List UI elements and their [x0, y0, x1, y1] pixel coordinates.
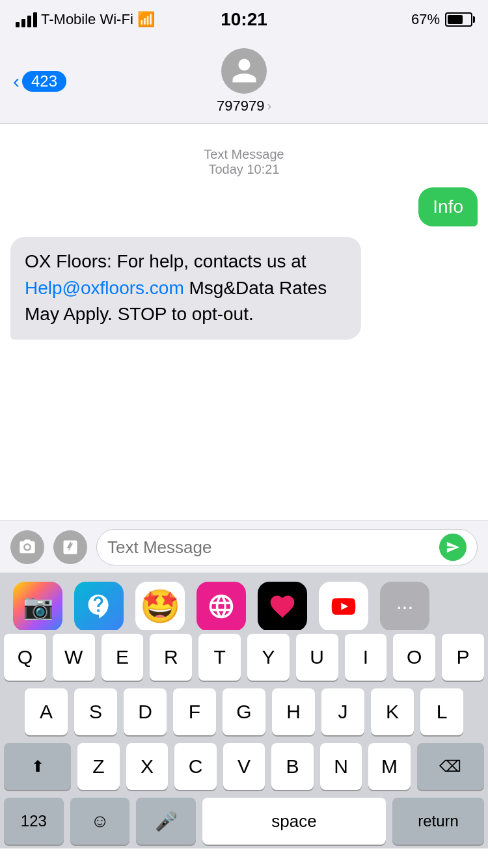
back-button[interactable]: ‹ 423	[13, 71, 66, 92]
appstore-icon	[61, 538, 79, 556]
key-c[interactable]: C	[174, 743, 217, 790]
status-left: T-Mobile Wi-Fi 📶	[16, 11, 155, 28]
keyboard-row-2: A S D F G H J K L	[0, 685, 488, 739]
timestamp-label: Text Message Today 10:21	[0, 147, 488, 177]
key-o[interactable]: O	[393, 634, 435, 681]
send-icon	[446, 540, 460, 554]
appstore-badge-icon	[85, 592, 113, 621]
sent-bubble: Info	[418, 187, 478, 226]
key-b[interactable]: B	[271, 743, 314, 790]
received-message-row: OX Floors: For help, contacts us at Help…	[10, 237, 478, 340]
key-p[interactable]: P	[442, 634, 484, 681]
battery-percentage: 67%	[411, 11, 440, 28]
input-bar	[0, 521, 488, 573]
keyboard-row-1: Q W E R T Y U I O P	[0, 630, 488, 685]
return-key[interactable]: return	[392, 798, 484, 845]
key-m[interactable]: M	[368, 743, 411, 790]
key-q[interactable]: Q	[4, 634, 46, 681]
status-bar: T-Mobile Wi-Fi 📶 10:21 67%	[0, 0, 488, 39]
email-link[interactable]: Help@oxfloors.com	[25, 278, 184, 298]
key-e[interactable]: E	[102, 634, 144, 681]
key-z[interactable]: Z	[77, 743, 120, 790]
camera-button[interactable]	[10, 530, 44, 564]
search-app-icon[interactable]	[197, 582, 246, 631]
key-y[interactable]: Y	[247, 634, 290, 681]
keyboard: Q W E R T Y U I O P A S D F G H J K L ⬆ …	[0, 630, 488, 848]
key-f[interactable]: F	[173, 688, 216, 735]
contact-number: 797979 ›	[217, 98, 271, 115]
nav-bar: ‹ 423 797979 ›	[0, 39, 488, 124]
key-n[interactable]: N	[320, 743, 362, 790]
mic-key[interactable]: 🎤	[136, 798, 196, 845]
numbers-key[interactable]: 123	[4, 798, 64, 845]
camera-icon	[18, 538, 36, 556]
emoji-app-icon[interactable]: 🤩	[135, 582, 185, 631]
key-g[interactable]: G	[223, 688, 265, 735]
more-apps-button[interactable]: ···	[380, 582, 429, 631]
battery-fill	[448, 15, 463, 24]
appstore-button[interactable]	[53, 530, 87, 564]
emoji-key[interactable]: ☺	[70, 798, 130, 845]
contact-info[interactable]: 797979 ›	[217, 48, 271, 115]
key-w[interactable]: W	[53, 634, 95, 681]
delete-key[interactable]: ⌫	[417, 743, 484, 790]
messages-area: Text Message Today 10:21 Info OX Floors:…	[0, 124, 488, 353]
key-x[interactable]: X	[126, 743, 169, 790]
more-dots-icon: ···	[396, 595, 414, 619]
signal-icon	[16, 12, 37, 27]
key-r[interactable]: R	[150, 634, 192, 681]
wifi-icon: 📶	[137, 11, 155, 28]
key-l[interactable]: L	[420, 688, 463, 735]
status-right: 67%	[411, 11, 472, 28]
key-t[interactable]: T	[198, 634, 241, 681]
key-h[interactable]: H	[272, 688, 315, 735]
battery-icon	[445, 12, 472, 27]
shift-key[interactable]: ⬆	[4, 743, 71, 790]
status-time: 10:21	[221, 9, 267, 30]
heart-icon	[268, 592, 297, 621]
back-chevron-icon: ‹	[13, 72, 20, 91]
key-j[interactable]: J	[321, 688, 364, 735]
carrier-label: T-Mobile Wi-Fi	[41, 11, 133, 28]
youtube-icon	[329, 592, 358, 621]
messages-content: Info OX Floors: For help, contacts us at…	[0, 187, 488, 340]
youtube-app-icon[interactable]	[319, 582, 368, 631]
avatar	[221, 48, 267, 94]
heart-app-icon[interactable]	[258, 582, 307, 631]
send-button[interactable]	[439, 534, 467, 561]
person-icon	[230, 56, 259, 85]
message-input[interactable]	[107, 537, 433, 558]
back-count-badge: 423	[22, 71, 66, 92]
key-k[interactable]: K	[371, 688, 414, 735]
key-d[interactable]: D	[124, 688, 167, 735]
sent-message-row: Info	[10, 187, 478, 226]
space-key[interactable]: space	[202, 798, 386, 845]
appstore-app-icon[interactable]	[74, 582, 124, 631]
photos-app-icon[interactable]: 📷	[13, 582, 62, 631]
keyboard-row-4: 123 ☺ 🎤 space return	[0, 794, 488, 848]
contact-chevron-icon: ›	[267, 98, 271, 113]
key-a[interactable]: A	[25, 688, 68, 735]
key-i[interactable]: I	[345, 634, 387, 681]
key-u[interactable]: U	[296, 634, 338, 681]
received-bubble: OX Floors: For help, contacts us at Help…	[10, 237, 361, 340]
globe-search-icon	[207, 592, 236, 621]
key-s[interactable]: S	[74, 688, 117, 735]
keyboard-row-3: ⬆ Z X C V B N M ⌫	[0, 739, 488, 794]
key-v[interactable]: V	[223, 743, 265, 790]
message-input-wrap[interactable]	[96, 529, 478, 565]
